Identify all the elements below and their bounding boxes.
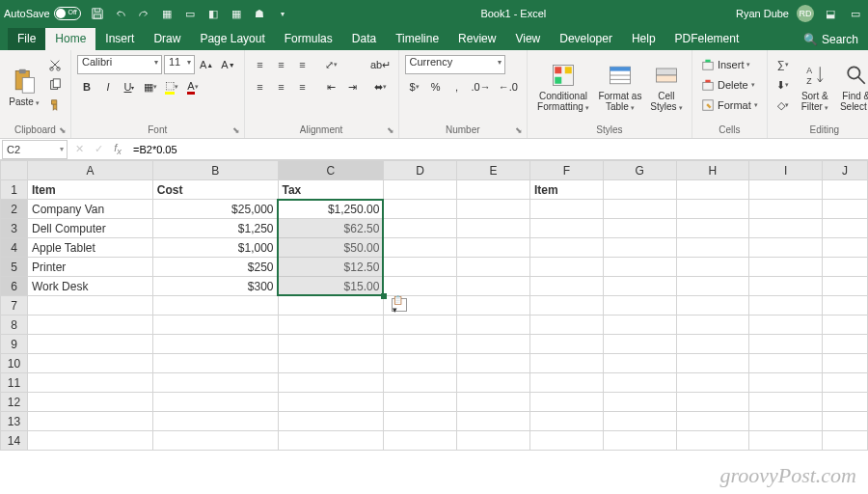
alignment-launcher[interactable]: ⬊ — [387, 125, 396, 135]
cell-G5[interactable] — [603, 258, 676, 277]
cell-F13[interactable] — [529, 412, 603, 431]
window-control-icon[interactable]: ▭ — [847, 5, 864, 22]
cell-C12[interactable] — [278, 393, 384, 412]
cell-B7[interactable] — [152, 296, 278, 316]
cell-B14[interactable] — [152, 431, 278, 451]
cell-I12[interactable] — [749, 393, 823, 412]
percent-format-icon[interactable]: % — [426, 77, 446, 96]
cell-E3[interactable] — [457, 219, 530, 238]
fill-color-button[interactable]: ⬚ — [162, 77, 181, 96]
paste-options-icon[interactable]: 📋▾ — [392, 298, 407, 312]
font-size-select[interactable]: 11 — [164, 55, 195, 74]
cell-J9[interactable] — [823, 335, 868, 354]
cell-D10[interactable] — [384, 354, 457, 373]
cell-G14[interactable] — [603, 431, 676, 451]
align-top-icon[interactable]: ≡ — [251, 55, 270, 74]
cell-J4[interactable] — [823, 238, 868, 258]
cell-E5[interactable] — [457, 258, 530, 277]
cell-G9[interactable] — [603, 335, 676, 354]
row-header-9[interactable]: 9 — [1, 335, 28, 354]
cell-E6[interactable] — [457, 277, 530, 296]
cell-F14[interactable] — [529, 431, 603, 451]
align-right-icon[interactable]: ≡ — [293, 77, 312, 96]
cell-J5[interactable] — [823, 258, 868, 277]
cell-G12[interactable] — [603, 393, 676, 412]
cell-G3[interactable] — [603, 219, 676, 238]
search-box[interactable]: 🔍 Search — [794, 29, 868, 50]
cell-I3[interactable] — [749, 219, 823, 238]
row-header-10[interactable]: 10 — [1, 354, 28, 373]
cell-H1[interactable] — [676, 180, 749, 200]
cancel-formula-icon[interactable]: ✕ — [69, 140, 89, 159]
cell-H11[interactable] — [676, 373, 749, 393]
cell-J10[interactable] — [823, 354, 868, 373]
cell-G7[interactable] — [603, 296, 676, 316]
row-header-3[interactable]: 3 — [1, 219, 28, 238]
cell-I10[interactable] — [749, 354, 823, 373]
accounting-format-icon[interactable]: $ — [405, 77, 424, 96]
touch-mode-icon[interactable]: ☗ — [251, 5, 268, 22]
cell-H7[interactable] — [676, 296, 749, 316]
cell-B5[interactable]: $250 — [152, 258, 278, 277]
cell-E12[interactable] — [457, 393, 530, 412]
cell-A2[interactable]: Company Van — [27, 200, 152, 219]
col-header-D[interactable]: D — [384, 161, 457, 180]
save-icon[interactable] — [89, 5, 106, 22]
cell-A12[interactable] — [27, 393, 152, 412]
decrease-indent-icon[interactable]: ⇤ — [322, 77, 341, 96]
bold-button[interactable]: B — [77, 77, 96, 96]
cell-F1[interactable]: Item — [529, 180, 603, 200]
cell-H4[interactable] — [676, 238, 749, 258]
align-bottom-icon[interactable]: ≡ — [293, 55, 312, 74]
col-header-B[interactable]: B — [152, 161, 278, 180]
tab-pdfelement[interactable]: PDFelement — [665, 28, 749, 50]
increase-decimal-icon[interactable]: .0→ — [469, 77, 494, 96]
cell-D4[interactable] — [384, 238, 457, 258]
cell-H5[interactable] — [676, 258, 749, 277]
cell-C11[interactable] — [278, 373, 384, 393]
tab-formulas[interactable]: Formulas — [275, 28, 342, 50]
cell-E13[interactable] — [457, 412, 530, 431]
cell-B6[interactable]: $300 — [152, 277, 278, 296]
col-header-H[interactable]: H — [676, 161, 749, 180]
borders-button[interactable]: ▦ — [141, 77, 160, 96]
cell-I8[interactable] — [749, 316, 823, 335]
cell-C4[interactable]: $50.00 — [278, 238, 384, 258]
align-left-icon[interactable]: ≡ — [251, 77, 270, 96]
tab-timeline[interactable]: Timeline — [386, 28, 448, 50]
toggle-off-icon[interactable]: Off — [54, 7, 81, 20]
tab-view[interactable]: View — [505, 28, 550, 50]
font-launcher[interactable]: ⬊ — [232, 125, 242, 135]
col-header-F[interactable]: F — [529, 161, 603, 180]
cell-D13[interactable] — [384, 412, 457, 431]
cell-F11[interactable] — [529, 373, 603, 393]
cell-B12[interactable] — [152, 393, 278, 412]
row-header-14[interactable]: 14 — [1, 431, 28, 451]
cut-button[interactable] — [45, 55, 65, 74]
user-avatar[interactable]: RD — [797, 5, 814, 22]
cell-J13[interactable] — [823, 412, 868, 431]
cell-A8[interactable] — [27, 316, 152, 335]
col-header-C[interactable]: C — [278, 161, 384, 180]
increase-indent-icon[interactable]: ⇥ — [343, 77, 363, 96]
paste-button[interactable]: Paste — [6, 55, 42, 119]
formula-input[interactable] — [127, 140, 868, 159]
cell-styles-button[interactable]: Cell Styles — [647, 55, 686, 119]
col-header-E[interactable]: E — [457, 161, 530, 180]
cell-C5[interactable]: $12.50 — [278, 258, 384, 277]
cell-D9[interactable] — [384, 335, 457, 354]
cell-G6[interactable] — [603, 277, 676, 296]
row-header-12[interactable]: 12 — [1, 393, 28, 412]
cell-C2[interactable]: $1,250.00 — [278, 200, 384, 219]
cell-G13[interactable] — [603, 412, 676, 431]
cell-F6[interactable] — [529, 277, 603, 296]
cell-B1[interactable]: Cost — [152, 180, 278, 200]
col-header-I[interactable]: I — [749, 161, 823, 180]
cell-G4[interactable] — [603, 238, 676, 258]
row-header-4[interactable]: 4 — [1, 238, 28, 258]
select-all-corner[interactable] — [1, 161, 28, 180]
cell-D6[interactable] — [384, 277, 457, 296]
cell-B3[interactable]: $1,250 — [152, 219, 278, 238]
cell-I11[interactable] — [749, 373, 823, 393]
cell-H6[interactable] — [676, 277, 749, 296]
